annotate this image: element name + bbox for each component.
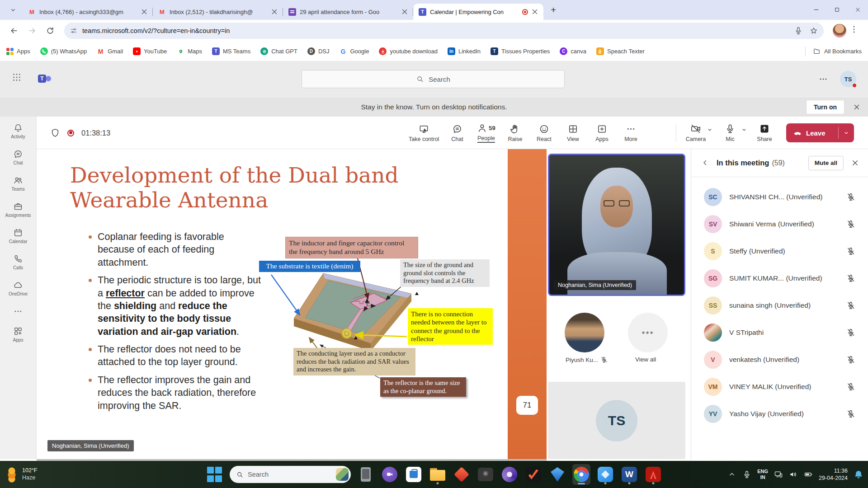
self-video-tile[interactable]: TS xyxy=(548,382,685,459)
participant-row[interactable]: V STripathi xyxy=(691,319,868,346)
sidebar-item-calls[interactable]: Calls xyxy=(0,254,36,270)
tab-close-icon[interactable] xyxy=(401,8,409,16)
taskbar-search[interactable]: Search xyxy=(230,466,351,483)
browser-tab[interactable]: T Calendar | Empowering Con xyxy=(413,4,543,20)
tab-close-icon[interactable] xyxy=(270,8,278,16)
weather-widget[interactable]: 102°F Haze xyxy=(5,461,38,488)
app-launcher-icon[interactable] xyxy=(12,72,25,86)
participant-row[interactable]: SG SUMIT KUMAR... (Unverified) xyxy=(691,265,868,292)
view-all-label[interactable]: View all xyxy=(635,356,656,363)
blue-gem-app-icon[interactable] xyxy=(548,464,566,485)
bookmark-item[interactable]: MGmail xyxy=(97,47,123,55)
voice-search-icon[interactable] xyxy=(794,26,803,35)
sidebar-item-apps[interactable]: Apps xyxy=(0,326,36,343)
cast-display-icon[interactable] xyxy=(774,470,783,479)
control-view[interactable]: View xyxy=(558,119,587,146)
slide[interactable]: Development of the Dual band Wearable An… xyxy=(37,149,508,459)
all-bookmarks-button[interactable]: All Bookmarks xyxy=(813,47,862,55)
camera-button[interactable]: Camera xyxy=(683,119,708,146)
participant-row[interactable]: VM VINEY MALIK (Unverified) xyxy=(691,373,868,400)
purple-swirl-app-icon[interactable] xyxy=(500,464,519,485)
profile-avatar[interactable] xyxy=(833,24,846,38)
teams-profile-avatar[interactable]: TS xyxy=(840,71,856,87)
mic-off-icon[interactable] xyxy=(846,247,855,256)
sidebar-item-calendar[interactable]: Calendar xyxy=(0,228,36,244)
mic-options-chevron-icon[interactable] xyxy=(741,121,751,139)
tab-search-chevron-icon[interactable] xyxy=(6,3,20,17)
leave-options-chevron-icon[interactable] xyxy=(839,123,854,142)
tab-close-icon[interactable] xyxy=(140,8,148,16)
control-take-control[interactable]: Take control xyxy=(405,119,443,146)
participant-row[interactable]: YV Yasho Vijay (Unverified) xyxy=(691,400,868,427)
maximize-button[interactable] xyxy=(826,0,847,19)
participant-row[interactable]: SS sunaina singh (Unverified) xyxy=(691,292,868,319)
bookmark-item[interactable]: Maps xyxy=(177,47,202,55)
bookmark-item[interactable]: youtube download xyxy=(379,47,438,55)
bookmark-item[interactable]: GGoogle xyxy=(340,47,369,55)
word-icon[interactable]: W xyxy=(620,464,638,485)
taskbar-clock[interactable]: 11:36 29-04-2024 xyxy=(819,467,848,482)
diamond-app-icon[interactable] xyxy=(453,464,471,485)
panel-close-icon[interactable] xyxy=(851,159,860,168)
acrobat-icon[interactable] xyxy=(644,464,662,485)
reload-icon[interactable] xyxy=(42,23,58,38)
sidebar-item-activity[interactable]: Activity xyxy=(0,123,36,139)
share-button[interactable]: Share xyxy=(752,119,777,146)
bookmark-item[interactable]: YouTube xyxy=(133,47,167,55)
control-react[interactable]: React xyxy=(529,119,558,146)
video-app-icon[interactable] xyxy=(381,464,399,485)
browser-menu-icon[interactable] xyxy=(849,24,862,37)
mic-button[interactable]: Mic xyxy=(717,119,743,146)
leave-button[interactable]: Leave xyxy=(786,123,854,142)
forward-icon[interactable] xyxy=(24,23,40,38)
banner-close-icon[interactable] xyxy=(853,103,861,111)
mic-off-icon[interactable] xyxy=(846,192,855,202)
participant-row[interactable]: SV Shiwani Verma (Unverified) xyxy=(691,211,868,238)
bookmark-item[interactable]: Speach Texter xyxy=(596,47,645,55)
tab-close-icon[interactable] xyxy=(531,8,539,16)
sidebar-item-chat[interactable]: Chat xyxy=(0,149,36,165)
view-all-thumbnail[interactable]: ••• xyxy=(628,313,668,352)
mic-off-icon[interactable] xyxy=(846,409,855,418)
chrome-icon[interactable] xyxy=(572,464,590,485)
teams-search-input[interactable]: Search xyxy=(302,70,565,88)
microsoft-store-icon[interactable] xyxy=(405,464,423,485)
address-bar[interactable]: teams.microsoft.com/v2/?culture=en-in&co… xyxy=(64,23,824,39)
teams-logo-icon[interactable]: T xyxy=(38,72,52,86)
bookmark-item[interactable]: Ccanva xyxy=(560,47,586,55)
tray-mic-icon[interactable] xyxy=(742,470,751,479)
sidebar-item-teams[interactable]: Teams xyxy=(0,175,36,192)
language-indicator[interactable]: ENGIN xyxy=(757,469,768,480)
control-raise[interactable]: Raise xyxy=(500,119,529,146)
sidebar-item-onedrive[interactable]: OneDrive xyxy=(0,280,36,296)
close-window-button[interactable] xyxy=(847,0,868,19)
site-info-icon[interactable] xyxy=(70,27,78,35)
mic-off-icon[interactable] xyxy=(846,301,855,310)
mic-off-icon[interactable] xyxy=(846,220,855,229)
notifications-bell-icon[interactable] xyxy=(854,469,863,479)
back-chevron-icon[interactable] xyxy=(701,159,710,168)
shield-icon[interactable] xyxy=(50,128,60,138)
control-chat[interactable]: Chat xyxy=(443,119,472,146)
control-apps[interactable]: Apps xyxy=(587,119,616,146)
photos-app-icon[interactable] xyxy=(596,464,614,485)
participant-row[interactable]: S Steffy (Unverified) xyxy=(691,238,868,265)
tray-chevron-up-icon[interactable] xyxy=(727,470,736,479)
bookmark-item[interactable]: TTissues Properties xyxy=(491,47,550,55)
volume-icon[interactable] xyxy=(789,470,798,479)
mic-off-icon[interactable] xyxy=(846,328,855,337)
main-video-tile[interactable]: Noghanian, Sima (Unverified) xyxy=(548,154,685,296)
browser-tab[interactable]: 29 april attendance form - Goo xyxy=(283,4,413,20)
bookmark-star-icon[interactable] xyxy=(809,26,818,35)
bookmark-item[interactable]: Chat GPT xyxy=(260,47,297,55)
camera-app-icon[interactable] xyxy=(476,464,495,485)
minimize-button[interactable] xyxy=(806,0,826,19)
participant-row[interactable]: V venkatesh (Unverified) xyxy=(691,346,868,373)
mute-all-button[interactable]: Mute all xyxy=(808,156,844,170)
teams-more-options-icon[interactable] xyxy=(818,74,828,84)
control-people[interactable]: 59 People xyxy=(472,119,500,146)
participant-row[interactable]: SC SHIVANSHI CH... (Unverified) xyxy=(691,183,868,211)
bookmark-item[interactable]: Apps xyxy=(6,48,30,55)
turn-on-button[interactable]: Turn on xyxy=(806,100,844,114)
camera-options-chevron-icon[interactable] xyxy=(707,121,717,139)
